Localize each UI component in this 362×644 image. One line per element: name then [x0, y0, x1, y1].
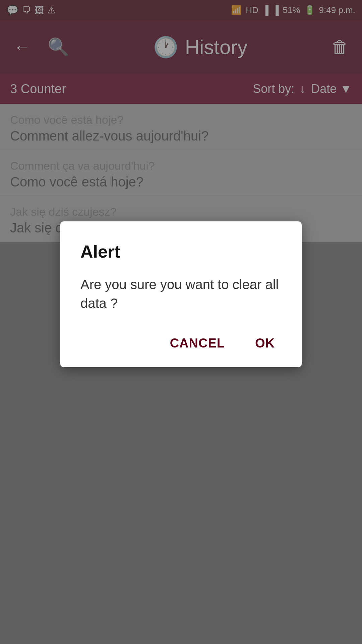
alert-title: Alert [80, 241, 282, 262]
cancel-button[interactable]: CANCEL [163, 333, 232, 354]
ok-button[interactable]: OK [248, 333, 282, 354]
alert-message: Are you sure you want to clear all data … [80, 275, 282, 313]
modal-overlay: Alert Are you sure you want to clear all… [0, 0, 362, 644]
alert-dialog: Alert Are you sure you want to clear all… [60, 221, 302, 367]
alert-buttons: CANCEL OK [80, 333, 282, 354]
